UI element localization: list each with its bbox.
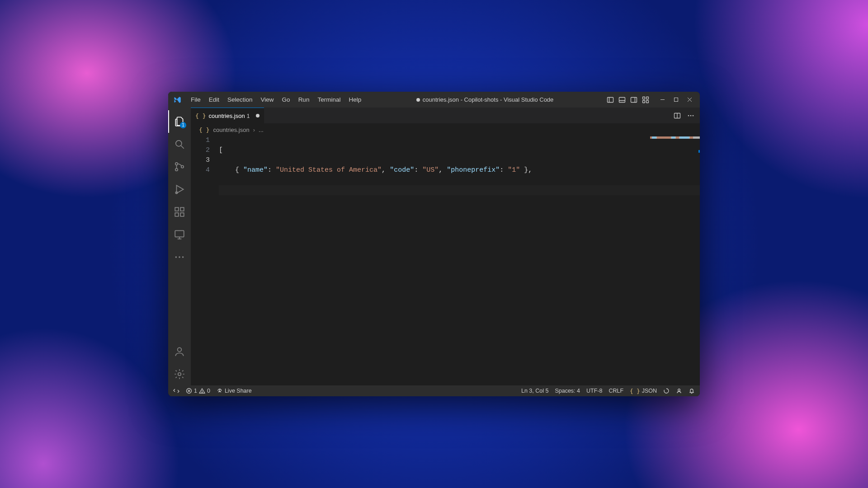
line-number-gutter: 1 2 3 4 xyxy=(191,136,219,385)
gear-icon xyxy=(174,368,185,380)
status-encoding[interactable]: UTF-8 xyxy=(583,385,605,396)
status-live-share[interactable]: Live Share xyxy=(213,385,255,396)
status-problems[interactable]: 1 0 xyxy=(183,385,213,396)
line-number: 3 xyxy=(191,155,210,165)
svg-rect-22 xyxy=(175,213,179,216)
activity-accounts[interactable] xyxy=(168,340,191,363)
status-copilot-spinner[interactable] xyxy=(660,385,673,396)
svg-point-42 xyxy=(202,392,202,393)
maximize-button[interactable] xyxy=(669,93,683,107)
dirty-indicator-icon xyxy=(416,98,420,102)
code-token: "code" xyxy=(390,166,414,174)
svg-point-31 xyxy=(178,347,182,352)
svg-point-30 xyxy=(182,256,184,258)
menu-file[interactable]: File xyxy=(187,94,204,105)
status-eol[interactable]: CRLF xyxy=(605,385,627,396)
menu-help[interactable]: Help xyxy=(345,94,365,105)
toggle-primary-sidebar-button[interactable] xyxy=(605,94,616,105)
code-editor[interactable]: 1 2 3 4 [ { "name": "United States of Am… xyxy=(191,136,700,385)
code-token: : xyxy=(500,166,508,174)
svg-rect-24 xyxy=(180,207,184,211)
svg-point-37 xyxy=(693,115,694,116)
minimize-button[interactable] xyxy=(656,93,669,107)
status-cursor-position[interactable]: Ln 3, Col 5 xyxy=(518,385,552,396)
tab-dirty-icon xyxy=(256,114,259,117)
menu-view[interactable]: View xyxy=(257,94,278,105)
split-editor-button[interactable] xyxy=(671,109,684,122)
activity-settings[interactable] xyxy=(168,363,191,385)
more-actions-button[interactable] xyxy=(684,109,697,122)
account-icon xyxy=(174,346,185,357)
remote-indicator[interactable] xyxy=(170,385,183,396)
menu-go[interactable]: Go xyxy=(278,94,294,105)
json-lang-icon: { } xyxy=(630,388,640,394)
remote-explorer-icon xyxy=(174,229,185,240)
bell-icon xyxy=(689,388,695,394)
window-title: countries.json - Copilot-shots - Visual … xyxy=(365,96,605,103)
code-token: }, xyxy=(520,166,532,174)
svg-rect-4 xyxy=(631,97,637,102)
code-token: , xyxy=(382,166,390,174)
window-body: 1 xyxy=(168,108,700,385)
toggle-secondary-sidebar-button[interactable] xyxy=(628,94,639,105)
svg-rect-0 xyxy=(608,97,613,102)
code-token: "name" xyxy=(243,166,268,174)
menu-edit[interactable]: Edit xyxy=(205,94,223,105)
editor-area: { } countries.json 1 { xyxy=(191,108,700,385)
svg-rect-2 xyxy=(619,97,625,102)
status-feedback[interactable] xyxy=(673,385,685,396)
tab-filename: countries.json xyxy=(208,113,245,119)
svg-line-15 xyxy=(181,145,184,149)
status-notifications[interactable] xyxy=(685,385,698,396)
debug-icon xyxy=(174,183,185,195)
menu-bar: File Edit Selection View Go Run Terminal… xyxy=(187,94,365,105)
status-indentation[interactable]: Spaces: 4 xyxy=(552,385,583,396)
code-token: "United States of America" xyxy=(276,166,382,174)
status-warning-count: 0 xyxy=(207,388,210,394)
spinner-icon xyxy=(663,388,670,394)
svg-point-18 xyxy=(181,165,184,168)
source-control-icon xyxy=(174,161,185,173)
tab-countries-json[interactable]: { } countries.json 1 xyxy=(191,108,264,123)
minimap[interactable] xyxy=(650,136,700,139)
search-icon xyxy=(174,138,185,150)
activity-remote-explorer[interactable] xyxy=(168,223,191,246)
svg-rect-25 xyxy=(175,230,184,237)
explorer-badge: 1 xyxy=(180,122,186,128)
line-number: 4 xyxy=(191,165,210,175)
activity-search[interactable] xyxy=(168,133,191,155)
layout-controls xyxy=(605,94,651,105)
live-share-label: Live Share xyxy=(225,388,252,394)
customize-layout-button[interactable] xyxy=(640,94,651,105)
code-token: "US" xyxy=(422,166,439,174)
activity-explorer[interactable]: 1 xyxy=(168,110,191,133)
close-button[interactable] xyxy=(683,93,696,107)
menu-selection[interactable]: Selection xyxy=(224,94,256,105)
vscode-window: File Edit Selection View Go Run Terminal… xyxy=(168,92,700,396)
svg-point-14 xyxy=(176,141,182,146)
window-controls xyxy=(656,93,696,107)
error-icon xyxy=(186,388,192,394)
ellipsis-icon xyxy=(174,251,185,263)
activity-source-control[interactable] xyxy=(168,155,191,178)
svg-rect-7 xyxy=(646,97,649,99)
menu-terminal[interactable]: Terminal xyxy=(314,94,344,105)
breadcrumb[interactable]: { } countries.json › ... xyxy=(191,124,700,136)
activity-extensions[interactable] xyxy=(168,201,191,223)
code-token: { xyxy=(235,166,243,174)
activity-run-debug[interactable] xyxy=(168,178,191,201)
person-icon xyxy=(676,388,682,394)
code-content[interactable]: [ { "name": "United States of America", … xyxy=(219,136,700,385)
json-file-icon: { } xyxy=(195,113,206,119)
vscode-logo-icon xyxy=(174,96,182,104)
svg-point-43 xyxy=(678,389,680,391)
svg-rect-23 xyxy=(180,213,184,216)
activity-overflow[interactable] xyxy=(168,246,191,268)
language-label: JSON xyxy=(642,388,657,394)
extensions-icon xyxy=(174,206,185,218)
toggle-panel-button[interactable] xyxy=(617,94,627,105)
status-language-mode[interactable]: { } JSON xyxy=(627,385,660,396)
warning-icon xyxy=(199,388,205,394)
menu-run[interactable]: Run xyxy=(295,94,313,105)
code-token xyxy=(219,166,235,174)
